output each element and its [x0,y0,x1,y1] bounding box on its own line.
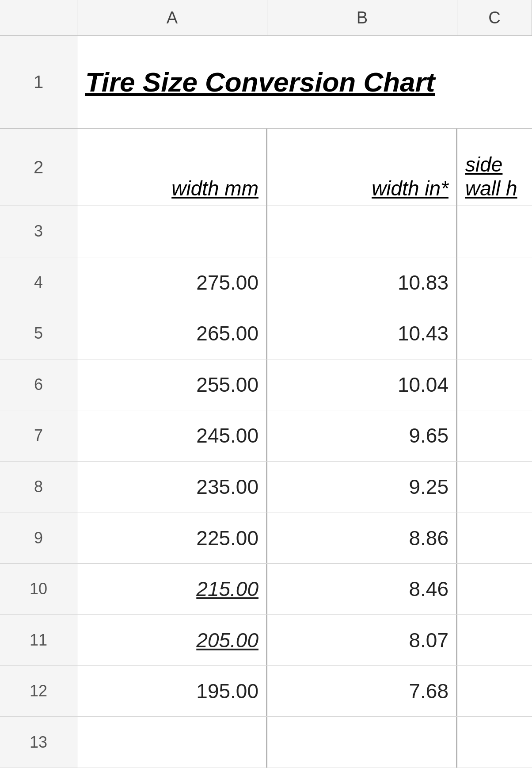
table-row: 12 195.00 7.68 [0,666,532,717]
row-number: 10 [0,564,77,615]
cell-value: 225.00 [196,526,258,550]
table-row: 1 Tire Size Conversion Chart [0,36,532,129]
row-number: 9 [0,512,77,563]
row-number: 6 [0,359,77,410]
table-row: 3 [0,206,532,257]
cell-value: 215.00 [196,577,258,601]
col-header-b: B [267,0,457,35]
cell-b: 8.86 [267,512,457,563]
table-row: 10 215.00 8.46 [0,564,532,615]
cell-b [267,717,457,768]
table-row: 5 265.00 10.43 [0,308,532,359]
cell-value: 8.07 [409,628,448,652]
cell-a: 235.00 [77,462,267,512]
row-number: 3 [0,206,77,257]
row-number: 13 [0,717,77,768]
header-b-text: width in* [372,176,448,200]
cell-a: 265.00 [77,308,267,359]
cell-a: 215.00 [77,564,267,615]
cell-b: 9.25 [267,462,457,512]
row-number: 8 [0,462,77,512]
cell-c [457,666,532,717]
cell-c [457,512,532,563]
col-header-a: A [77,0,267,35]
cell-a [77,206,267,257]
cell-value: 275.00 [196,271,258,294]
cell-c [457,206,532,257]
title-text: Tire Size Conversion Chart [85,66,435,98]
cell-a: 275.00 [77,257,267,308]
table-row: 2 width mm width in* side wall h [0,129,532,206]
cell-value: 7.68 [409,679,448,703]
cell-value: 205.00 [196,628,258,652]
table-row: 7 245.00 9.65 [0,410,532,462]
cell-value: 9.65 [409,424,448,447]
row-number: 1 [0,36,77,128]
row-number: 7 [0,410,77,461]
cell-a: 255.00 [77,359,267,410]
cell-value: 9.25 [409,475,448,499]
cell-b: 8.07 [267,615,457,665]
table-row: 6 255.00 10.04 [0,359,532,411]
header-cell-b: width in* [267,129,457,206]
cell-c [457,410,532,461]
cell-a: 205.00 [77,615,267,665]
table-row: 13 [0,717,532,768]
cell-b [267,206,457,257]
cell-c [457,359,532,410]
cell-b: 10.04 [267,359,457,410]
table-row: 11 205.00 8.07 [0,615,532,666]
header-cell-a: width mm [77,129,267,206]
spreadsheet: A B C 1 Tire Size Conversion Chart 2 wid… [0,0,532,768]
cell-b: 10.43 [267,308,457,359]
cell-a: 245.00 [77,410,267,461]
cell-c [457,257,532,308]
cell-value: 255.00 [196,373,258,397]
cell-a: 225.00 [77,512,267,563]
cell-c [457,564,532,615]
header-a-text: width mm [171,176,258,200]
cell-value: 10.83 [398,271,448,294]
cell-value: 235.00 [196,475,258,499]
cell-value: 195.00 [196,679,258,703]
row-number: 4 [0,257,77,308]
cell-b: 8.46 [267,564,457,615]
row-number: 5 [0,308,77,359]
table-row: 4 275.00 10.83 [0,257,532,309]
corner-cell [0,0,77,35]
column-headers: A B C [0,0,532,36]
cell-value: 10.43 [398,321,448,345]
cell-c [457,308,532,359]
title-cell: Tire Size Conversion Chart [77,36,532,128]
cell-a [77,717,267,768]
cell-b: 9.65 [267,410,457,461]
header-c-text: side wall h [465,153,524,200]
cell-value: 265.00 [196,321,258,345]
row-number: 11 [0,615,77,665]
cell-value: 8.86 [409,526,448,550]
table-row: 9 225.00 8.86 [0,512,532,564]
row-number: 12 [0,666,77,717]
row-number: 2 [0,129,77,206]
col-header-c: C [457,0,532,35]
cell-b: 7.68 [267,666,457,717]
cell-value: 10.04 [398,373,448,397]
cell-c [457,462,532,512]
cell-value: 8.46 [409,577,448,601]
cell-a: 195.00 [77,666,267,717]
cell-value: 245.00 [196,424,258,447]
cell-b: 10.83 [267,257,457,308]
table-row: 8 235.00 9.25 [0,462,532,513]
header-cell-c: side wall h [457,129,532,206]
cell-c [457,615,532,665]
data-rows: 1 Tire Size Conversion Chart 2 width mm … [0,36,532,768]
cell-c [457,717,532,768]
